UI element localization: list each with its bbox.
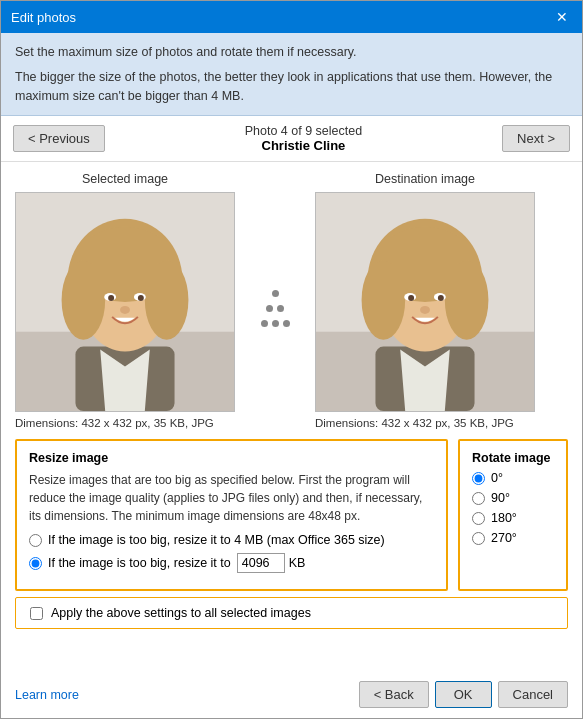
svg-point-8	[145, 261, 189, 340]
rotate-label-180: 180°	[491, 511, 517, 525]
svg-point-22	[445, 261, 489, 340]
resize-title: Resize image	[29, 451, 434, 465]
rotate-option-270[interactable]: 270°	[472, 531, 554, 545]
photo-name: Christie Cline	[245, 138, 362, 153]
rotate-label-0: 0°	[491, 471, 503, 485]
back-button[interactable]: < Back	[359, 681, 429, 708]
selected-portrait-svg	[16, 193, 234, 411]
close-button[interactable]: ✕	[552, 7, 572, 27]
arrow-area	[235, 198, 315, 418]
apply-label-text: Apply the above settings to all selected…	[51, 606, 311, 620]
rotate-options: 0° 90° 180° 270°	[472, 471, 554, 545]
rotate-option-180[interactable]: 180°	[472, 511, 554, 525]
destination-image-label: Destination image	[375, 172, 475, 186]
selected-image-dims: Dimensions: 432 x 432 px, 35 KB, JPG	[15, 417, 214, 429]
dot	[266, 305, 273, 312]
apply-checkbox[interactable]	[30, 607, 43, 620]
resize-option1[interactable]: If the image is too big, resize it to 4 …	[29, 533, 434, 547]
window-title: Edit photos	[11, 10, 76, 25]
previous-button[interactable]: < Previous	[13, 125, 105, 152]
selected-image-panel: Selected image	[15, 172, 235, 429]
rotate-radio-90[interactable]	[472, 492, 485, 505]
arrow-dots	[261, 290, 290, 327]
info-line1: Set the maximum size of photos and rotat…	[15, 43, 568, 62]
rotate-radio-180[interactable]	[472, 512, 485, 525]
title-bar: Edit photos ✕	[1, 1, 582, 33]
images-section: Selected image	[1, 162, 582, 439]
svg-point-26	[438, 295, 444, 301]
ok-button[interactable]: OK	[435, 681, 492, 708]
info-bar: Set the maximum size of photos and rotat…	[1, 33, 582, 116]
edit-photos-window: Edit photos ✕ Set the maximum size of ph…	[0, 0, 583, 719]
rotate-box: Rotate image 0° 90° 180° 270°	[458, 439, 568, 591]
resize-kb-input: KB	[237, 553, 306, 573]
rotate-label-90: 90°	[491, 491, 510, 505]
photo-count: Photo 4 of 9 selected	[245, 124, 362, 138]
rotate-radio-270[interactable]	[472, 532, 485, 545]
resize-radio-2[interactable]	[29, 557, 42, 570]
options-section: Resize image Resize images that are too …	[1, 439, 582, 597]
dot-row-2	[261, 305, 290, 312]
svg-point-7	[62, 261, 106, 340]
rotate-label-270: 270°	[491, 531, 517, 545]
destination-image-panel: Destination image	[315, 172, 535, 429]
svg-point-25	[408, 295, 414, 301]
nav-center: Photo 4 of 9 selected Christie Cline	[245, 124, 362, 153]
apply-section: Apply the above settings to all selected…	[15, 597, 568, 629]
info-line2: The bigger the size of the photos, the b…	[15, 68, 568, 106]
resize-kb-unit: KB	[289, 556, 306, 570]
resize-radio-1[interactable]	[29, 534, 42, 547]
rotate-radio-0[interactable]	[472, 472, 485, 485]
learn-more-link[interactable]: Learn more	[15, 688, 79, 702]
selected-image-frame	[15, 192, 235, 412]
resize-box: Resize image Resize images that are too …	[15, 439, 448, 591]
apply-label[interactable]: Apply the above settings to all selected…	[30, 606, 311, 620]
rotate-option-0[interactable]: 0°	[472, 471, 554, 485]
svg-point-13	[120, 306, 130, 314]
rotate-title: Rotate image	[472, 451, 554, 465]
resize-option2-label: If the image is too big, resize it to	[48, 556, 231, 570]
dot	[261, 320, 268, 327]
bottom-buttons: < Back OK Cancel	[359, 681, 568, 708]
destination-image-frame	[315, 192, 535, 412]
svg-point-12	[138, 295, 144, 301]
dot-row-1	[261, 290, 290, 297]
svg-point-21	[362, 261, 406, 340]
destination-image-dims: Dimensions: 432 x 432 px, 35 KB, JPG	[315, 417, 514, 429]
resize-description: Resize images that are too big as specif…	[29, 471, 434, 525]
nav-bar: < Previous Photo 4 of 9 selected Christi…	[1, 116, 582, 162]
rotate-option-90[interactable]: 90°	[472, 491, 554, 505]
dot	[272, 320, 279, 327]
bottom-bar: Learn more < Back OK Cancel	[1, 671, 582, 718]
dot	[283, 320, 290, 327]
resize-option2[interactable]: If the image is too big, resize it to KB	[29, 553, 434, 573]
destination-portrait-svg	[316, 193, 534, 411]
resize-kb-value[interactable]	[237, 553, 285, 573]
dot	[277, 305, 284, 312]
dot	[272, 290, 279, 297]
svg-point-27	[420, 306, 430, 314]
next-button[interactable]: Next >	[502, 125, 570, 152]
selected-image-label: Selected image	[82, 172, 168, 186]
dot-row-3	[261, 320, 290, 327]
resize-option1-label: If the image is too big, resize it to 4 …	[48, 533, 385, 547]
cancel-button[interactable]: Cancel	[498, 681, 568, 708]
svg-point-11	[108, 295, 114, 301]
